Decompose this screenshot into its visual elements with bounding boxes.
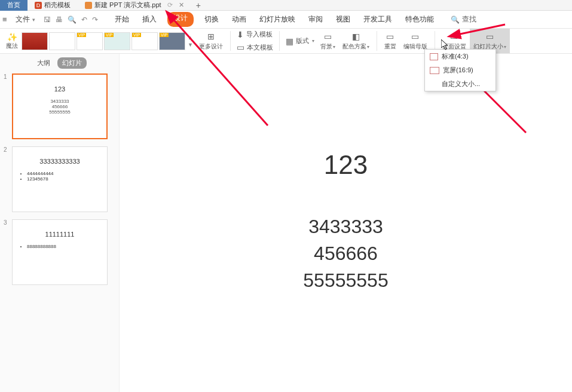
- ribbon-tabs: 开始 插入 设计 切换 动画 幻灯片放映 审阅 视图 开发工具 特色功能: [112, 12, 436, 27]
- page-setup-icon: ▭: [450, 32, 458, 41]
- quick-access: 🖫 🖶 🔍 ↶ ↷: [44, 16, 98, 24]
- undo-icon[interactable]: ↶: [81, 16, 87, 24]
- print-icon[interactable]: 🖶: [56, 16, 63, 24]
- slide-number: 1: [4, 74, 8, 139]
- tab-features[interactable]: 特色功能: [403, 12, 436, 27]
- tab-document[interactable]: 新建 PPT 演示文稿.ppt ⟳ ✕: [78, 0, 191, 11]
- thumb-content: 33333333333 4444444444 12345678: [12, 146, 108, 212]
- slide-canvas[interactable]: 123 3433333 456666 55555555: [120, 54, 572, 392]
- slide-content: 123 3433333 456666 55555555: [303, 150, 388, 296]
- preview-icon[interactable]: 🔍: [68, 16, 77, 24]
- tab-animation[interactable]: 动画: [230, 12, 249, 27]
- tab-insert[interactable]: 插入: [140, 12, 159, 27]
- new-tab-button[interactable]: +: [191, 1, 206, 10]
- app-icon: D: [35, 2, 42, 9]
- magic-button[interactable]: ✨魔法: [2, 29, 22, 53]
- tab-transition[interactable]: 切换: [202, 12, 221, 27]
- wand-icon: ✨: [7, 32, 17, 42]
- template-thumb[interactable]: VIP: [104, 32, 130, 50]
- tab-templates[interactable]: D稻壳模板: [27, 0, 78, 11]
- slides-tab[interactable]: 幻灯片: [57, 57, 87, 69]
- size-wide[interactable]: 宽屏(16:9): [425, 63, 495, 77]
- chevron-up-icon[interactable]: ▲: [188, 35, 193, 41]
- workspace: 大纲 幻灯片 1 123 3433333 456666 55555555 2 3…: [0, 54, 572, 392]
- slide-panel: 大纲 幻灯片 1 123 3433333 456666 55555555 2 3…: [0, 54, 120, 392]
- close-icon[interactable]: ✕: [179, 1, 184, 9]
- palette-icon: ◧: [352, 32, 360, 41]
- thumb-title: 123: [54, 85, 65, 93]
- file-menu[interactable]: 文件▾: [16, 14, 35, 24]
- size-standard[interactable]: 标准(4:3): [425, 50, 495, 63]
- thumb-content: 123 3433333 456666 55555555: [12, 74, 108, 139]
- hamburger-icon[interactable]: ≡: [2, 15, 7, 24]
- reset-button[interactable]: ▭重置: [381, 29, 400, 53]
- tab-devtools[interactable]: 开发工具: [361, 12, 394, 27]
- thumb-line: 55555555: [49, 109, 71, 115]
- slide-line: 3433333: [303, 216, 388, 238]
- thumb-title: 33333333333: [39, 158, 79, 165]
- slide-thumb-1[interactable]: 1 123 3433333 456666 55555555: [4, 74, 115, 139]
- tab-home[interactable]: 首页: [0, 0, 27, 11]
- template-thumb[interactable]: [49, 32, 75, 50]
- slide-size-menu: 标准(4:3) 宽屏(16:9) 自定义大小...: [424, 49, 496, 91]
- slide-number: 2: [4, 146, 8, 212]
- search-icon: 🔍: [451, 16, 460, 24]
- template-gallery: VIP VIP VIP VIP: [22, 29, 185, 53]
- layout-button[interactable]: ▦版式▾: [283, 35, 317, 47]
- redo-icon[interactable]: ↷: [92, 16, 98, 24]
- thumb-line: 3433333: [50, 99, 69, 104]
- this-template-button[interactable]: ▭本文模板: [234, 42, 276, 54]
- slide-title: 123: [303, 150, 388, 180]
- outline-tab[interactable]: 大纲: [32, 57, 55, 69]
- thumb-line: 456666: [52, 104, 68, 109]
- chevron-down-icon[interactable]: ▼: [188, 42, 193, 48]
- menubar: ≡ 文件▾ 🖫 🖶 🔍 ↶ ↷ 开始 插入 设计 切换 动画 幻灯片放映 审阅 …: [0, 11, 572, 29]
- import-icon: ⬇: [237, 30, 244, 39]
- tab-design[interactable]: 设计: [167, 12, 194, 27]
- sync-icon[interactable]: ⟳: [167, 1, 173, 9]
- panel-view-tabs: 大纲 幻灯片: [4, 57, 115, 69]
- background-icon: ▭: [324, 32, 332, 41]
- tab-review[interactable]: 审阅: [306, 12, 325, 27]
- master-icon: ▭: [411, 32, 419, 41]
- save-icon[interactable]: 🖫: [44, 16, 51, 24]
- reset-icon: ▭: [386, 32, 394, 41]
- slide-number: 3: [4, 219, 8, 285]
- tab-start[interactable]: 开始: [112, 12, 131, 27]
- search-box[interactable]: 🔍查找: [451, 14, 476, 24]
- thumb-bullet: 4444444444: [27, 171, 54, 176]
- background-button[interactable]: ▭背景▾: [317, 29, 339, 53]
- grid-icon: ⊞: [207, 32, 215, 41]
- thumb-content: 11111111 88888888888: [12, 219, 108, 285]
- chevron-down-icon: ▾: [32, 17, 35, 23]
- ratio-169-icon: [430, 67, 439, 74]
- doc-icon: ▭: [237, 42, 244, 52]
- template-thumb[interactable]: [22, 32, 48, 50]
- ppt-icon: [85, 2, 92, 9]
- thumb-bullet: 12345678: [27, 176, 54, 182]
- template-thumb[interactable]: VIP: [131, 32, 158, 50]
- slide-size-icon: ▭: [486, 32, 494, 41]
- slide-thumb-3[interactable]: 3 11111111 88888888888: [4, 219, 115, 285]
- template-thumb[interactable]: VIP: [77, 32, 103, 50]
- slide-line: 456666: [303, 243, 388, 265]
- import-template-button[interactable]: ⬇导入模板: [234, 29, 276, 41]
- thumb-title: 11111111: [45, 231, 75, 238]
- ratio-43-icon: [430, 53, 438, 60]
- layout-icon: ▦: [286, 36, 293, 46]
- thumb-bullet: 88888888888: [27, 244, 56, 249]
- template-thumb[interactable]: VIP: [159, 32, 185, 50]
- cursor-icon: [441, 39, 449, 52]
- slide-thumb-2[interactable]: 2 33333333333 4444444444 12345678: [4, 146, 115, 212]
- titlebar-tabs: 首页 D稻壳模板 新建 PPT 演示文稿.ppt ⟳ ✕ +: [0, 0, 572, 11]
- more-designs-button[interactable]: ⊞更多设计: [195, 29, 227, 53]
- size-custom[interactable]: 自定义大小...: [425, 77, 495, 91]
- tab-slideshow[interactable]: 幻灯片放映: [257, 12, 298, 27]
- slide-line: 55555555: [303, 270, 388, 292]
- tab-view[interactable]: 视图: [334, 12, 353, 27]
- colors-button[interactable]: ◧配色方案▾: [339, 29, 373, 53]
- gallery-nav[interactable]: ▲▼: [185, 29, 195, 53]
